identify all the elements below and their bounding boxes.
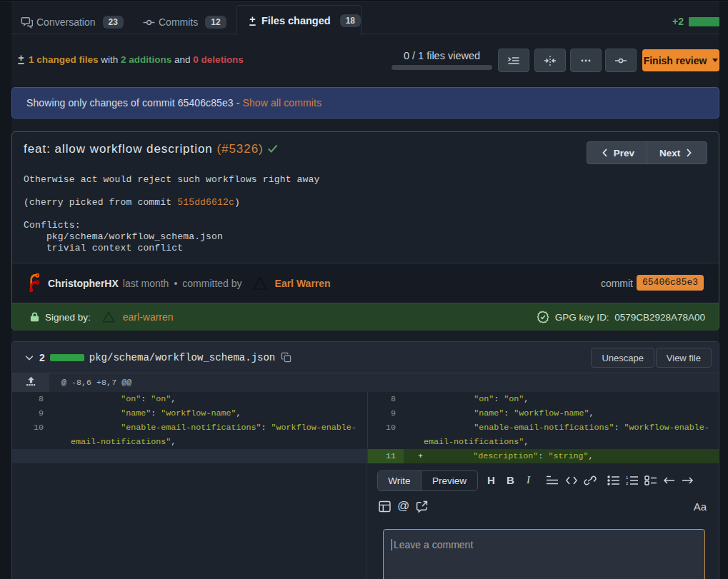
svg-text:1: 1 bbox=[626, 475, 629, 480]
svg-text:2: 2 bbox=[626, 481, 629, 485]
